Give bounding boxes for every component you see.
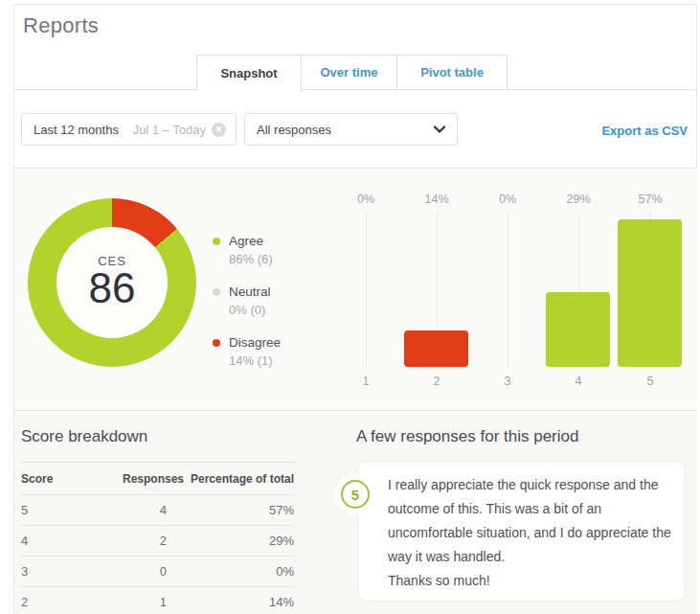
bar-value-label: 0%: [472, 193, 543, 206]
bar-column-2: 14% 2: [401, 187, 472, 388]
clear-date-filter-icon[interactable]: ✕: [212, 123, 226, 137]
ces-donut-chart: CES 86: [28, 198, 196, 367]
responses-filter-select[interactable]: All responses: [244, 113, 458, 146]
gridline: [508, 213, 508, 367]
col-header-score: Score: [21, 472, 79, 486]
cell-score: 4: [21, 534, 79, 548]
table-header-row: Score Responses Percentage of total: [21, 463, 294, 495]
score-breakdown-title: Score breakdown: [21, 427, 147, 446]
bar: [618, 219, 682, 367]
legend-value: 86% (6): [229, 252, 281, 266]
response-text: I really appreciate the quick response a…: [388, 473, 687, 593]
cell-responses: 0: [79, 564, 184, 579]
bar-value-label: 0%: [330, 193, 401, 206]
chevron-down-icon: [434, 125, 445, 133]
donut-center: CES 86: [56, 227, 168, 338]
tab-over-time[interactable]: Over time: [302, 55, 397, 89]
table-row: 4 2 29%: [21, 526, 294, 557]
tab-snapshot[interactable]: Snapshot: [196, 55, 302, 91]
bar-category-label: 4: [543, 375, 614, 388]
cell-percentage: 29%: [184, 534, 294, 548]
legend-value: 0% (0): [229, 303, 281, 317]
bar-value-label: 14%: [401, 193, 472, 206]
legend-dot-disagree-icon: [213, 339, 220, 347]
table-row: 3 0 0%: [21, 557, 294, 587]
col-header-responses: Responses: [79, 472, 184, 486]
cell-percentage: 0%: [184, 564, 294, 579]
donut-score-value: 86: [89, 266, 136, 310]
bar-category-label: 1: [330, 375, 401, 388]
responses-filter-value: All responses: [257, 123, 331, 137]
bar-column-3: 0% 3: [472, 187, 543, 388]
bar-value-label: 29%: [543, 193, 614, 206]
cell-responses: 2: [79, 534, 184, 548]
legend-dot-agree-icon: [213, 238, 220, 245]
bar: [546, 292, 610, 367]
bar-category-label: 2: [401, 375, 472, 388]
export-csv-link[interactable]: Export as CSV: [601, 124, 688, 138]
legend-value: 14% (1): [229, 353, 281, 368]
date-range-value: Jul 1 – Today: [133, 123, 206, 137]
cell-percentage: 57%: [184, 503, 294, 517]
table-row: 5 4 57%: [21, 495, 294, 526]
legend-item-neutral: Neutral 0% (0): [213, 284, 281, 317]
date-range-value-wrap: Jul 1 – Today ✕: [133, 123, 226, 137]
response-score-badge: 5: [341, 480, 370, 509]
cell-score: 2: [21, 595, 79, 609]
date-range-filter[interactable]: Last 12 months Jul 1 – Today ✕: [21, 113, 237, 146]
legend-dot-neutral-icon: [213, 288, 220, 296]
responses-title: A few responses for this period: [356, 427, 578, 446]
bar-column-4: 29% 4: [543, 187, 614, 388]
reports-page: Reports Snapshot Over time Pivot table L…: [0, 0, 700, 614]
legend-label: Neutral: [229, 284, 271, 299]
table-row: 2 1 14%: [21, 587, 294, 614]
gridline: [366, 213, 367, 367]
legend-label: Agree: [229, 234, 263, 248]
cell-percentage: 14%: [184, 595, 294, 609]
bar-column-1: 0% 1: [330, 187, 401, 388]
bar: [404, 330, 468, 367]
legend-label: Disagree: [229, 335, 281, 350]
bar-category-label: 3: [472, 375, 543, 388]
legend-item-agree: Agree 86% (6): [213, 234, 281, 266]
score-breakdown-table: Score Responses Percentage of total 5 4 …: [21, 462, 294, 614]
tab-pivot-table[interactable]: Pivot table: [397, 55, 508, 89]
bar-category-label: 5: [615, 375, 686, 388]
legend-item-disagree: Disagree 14% (1): [213, 335, 281, 368]
bar-column-5: 57% 5: [615, 187, 686, 388]
page-title: Reports: [23, 13, 99, 38]
tabbar-divider: [14, 89, 697, 90]
bar-value-label: 57%: [615, 193, 686, 206]
col-header-percentage: Percentage of total: [184, 472, 294, 486]
cell-score: 3: [21, 564, 79, 579]
cell-responses: 1: [79, 595, 184, 609]
cell-responses: 4: [79, 503, 184, 517]
cell-score: 5: [21, 503, 79, 517]
date-range-label: Last 12 months: [34, 123, 119, 137]
donut-legend: Agree 86% (6) Neutral 0% (0) Disagree 14…: [213, 234, 281, 386]
